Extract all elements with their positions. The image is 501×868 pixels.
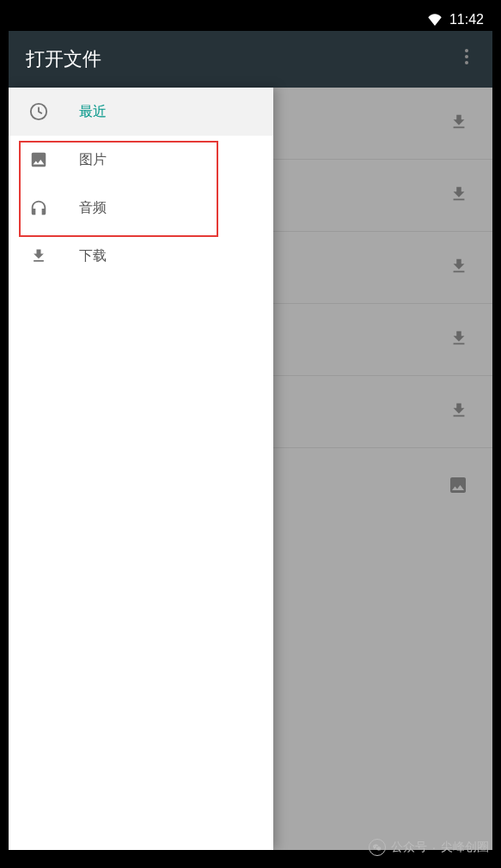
watermark-separator: · xyxy=(432,841,436,854)
status-bar: 11:42 xyxy=(9,9,492,31)
download-icon xyxy=(29,246,48,265)
download-icon xyxy=(449,329,468,351)
download-icon xyxy=(449,257,468,279)
watermark: 公众号 · 尖峰创圈 xyxy=(369,839,489,856)
clock-icon xyxy=(29,102,48,121)
image-icon xyxy=(448,475,468,499)
content-area: 最近 图片 音频 下载 xyxy=(9,88,492,850)
wechat-icon xyxy=(369,839,386,856)
drawer-item-images[interactable]: 图片 xyxy=(9,136,273,184)
device-frame: 11:42 打开文件 xyxy=(9,9,492,850)
drawer-item-label: 最近 xyxy=(79,103,107,121)
watermark-name: 尖峰创圈 xyxy=(441,840,489,855)
download-icon xyxy=(449,185,468,207)
overflow-menu-icon[interactable] xyxy=(456,46,477,67)
drawer-item-label: 音频 xyxy=(79,199,107,217)
drawer-item-audio[interactable]: 音频 xyxy=(9,184,273,232)
status-time: 11:42 xyxy=(449,12,484,27)
navigation-drawer: 最近 图片 音频 下载 xyxy=(9,88,273,850)
drawer-item-label: 图片 xyxy=(79,151,107,169)
drawer-item-downloads[interactable]: 下载 xyxy=(9,232,273,280)
app-title: 打开文件 xyxy=(26,46,101,72)
download-icon xyxy=(449,112,468,135)
download-icon xyxy=(449,401,468,423)
headphones-icon xyxy=(29,198,48,217)
watermark-prefix: 公众号 xyxy=(391,840,427,855)
image-icon xyxy=(29,150,48,169)
drawer-item-recent[interactable]: 最近 xyxy=(9,88,273,136)
wifi-icon xyxy=(427,14,443,26)
app-bar: 打开文件 xyxy=(9,31,492,88)
drawer-item-label: 下载 xyxy=(79,247,107,265)
